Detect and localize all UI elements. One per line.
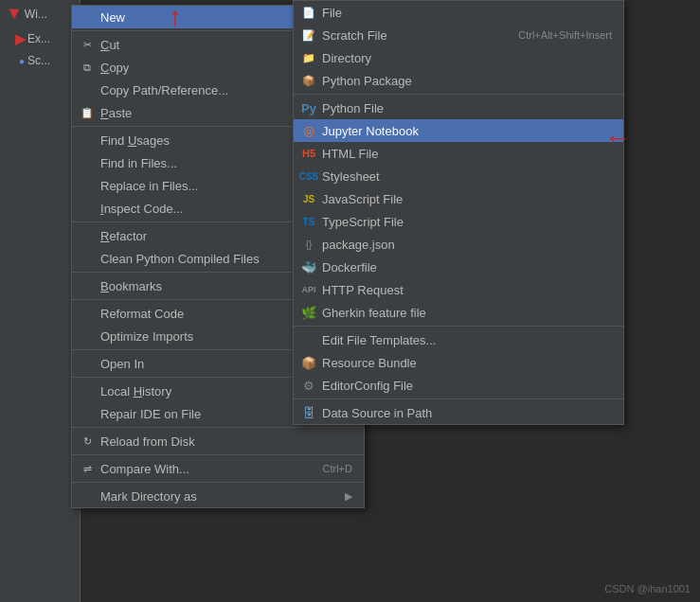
typescript-icon: TS <box>301 214 316 229</box>
clean-python-label: Clean Python Compiled Files <box>100 252 260 266</box>
separator7 <box>72 427 364 428</box>
submenu-item-package-json[interactable]: {} package.json <box>294 233 623 256</box>
submenu-item-http[interactable]: API HTTP Request <box>294 278 623 301</box>
python-file-label: Python File <box>322 101 384 115</box>
local-history-label: Local History <box>100 384 171 398</box>
menu-new-label: New <box>100 10 125 25</box>
copy-path-label: Copy Path/Reference... <box>100 83 228 97</box>
reformat-label: Reformat Code <box>100 307 184 321</box>
directory-label: Directory <box>322 51 371 65</box>
find-usages-label: Find Usages <box>100 133 170 148</box>
html-label: HTML File <box>322 147 378 161</box>
submenu-sep1 <box>294 94 623 95</box>
menu-item-mark-dir[interactable]: Mark Directory as ▶ <box>72 485 364 507</box>
mark-dir-label: Mark Directory as <box>100 489 197 504</box>
cut-label: Cut <box>100 38 119 52</box>
local-history-icon <box>80 383 95 398</box>
replace-in-files-label: Replace in Files... <box>100 179 198 193</box>
submenu-item-file[interactable]: 📄 File <box>294 1 623 24</box>
editorconfig-label: EditorConfig File <box>322 379 413 393</box>
submenu-item-resource-bundle[interactable]: 📦 Resource Bundle <box>294 351 623 374</box>
file-icon: 📄 <box>301 5 316 20</box>
submenu-item-datasource[interactable]: 🗄 Data Source in Path <box>294 401 623 424</box>
gherkin-label: Gherkin feature file <box>322 306 426 320</box>
submenu-item-jupyter[interactable]: ◎ Jupyter Notebook <box>294 119 623 142</box>
repair-ide-label: Repair IDE on File <box>100 407 201 421</box>
new-icon <box>80 9 95 25</box>
watermark: CSDN @ihan1001 <box>604 583 691 594</box>
compare-with-label: Compare With... <box>100 462 189 476</box>
dockerfile-label: Dockerfile <box>322 260 377 274</box>
bookmarks-icon <box>80 278 95 293</box>
find-in-files-label: Find in Files... <box>100 156 177 170</box>
find-in-files-icon <box>80 155 95 170</box>
submenu-item-dockerfile[interactable]: 🐳 Dockerfile <box>294 256 623 278</box>
submenu-item-editorconfig[interactable]: ⚙ EditorConfig File <box>294 374 623 397</box>
submenu-sep2 <box>294 326 623 327</box>
copy-path-icon <box>80 82 95 97</box>
copy-icon: ⧉ <box>80 60 95 75</box>
sidebar-label-ex: Ex... <box>27 32 50 45</box>
submenu-item-python-file[interactable]: Py Python File <box>294 97 623 119</box>
stylesheet-label: Stylesheet <box>322 169 380 184</box>
menu-item-reload[interactable]: ↻ Reload from Disk <box>72 430 364 452</box>
refactor-icon <box>80 228 95 243</box>
typescript-label: TypeScript File <box>322 215 404 229</box>
datasource-icon: 🗄 <box>301 405 316 420</box>
file-label: File <box>322 6 342 20</box>
javascript-label: JavaScript File <box>322 192 403 206</box>
http-label: HTTP Request <box>322 283 404 297</box>
submenu-item-html[interactable]: H5 HTML File <box>294 142 623 165</box>
optimize-label: Optimize Imports <box>100 329 193 344</box>
repair-ide-icon <box>80 406 95 421</box>
scratch-label: Scratch File <box>322 28 387 43</box>
compare-with-shortcut: Ctrl+D <box>323 463 352 474</box>
cut-icon: ✂ <box>80 37 95 52</box>
submenu-item-stylesheet[interactable]: CSS Stylesheet <box>294 165 623 187</box>
copy-label: Copy <box>100 61 129 75</box>
edit-templates-label: Edit File Templates... <box>322 333 436 347</box>
jupyter-label: Jupyter Notebook <box>322 124 419 138</box>
submenu-item-javascript[interactable]: JS JavaScript File <box>294 187 623 210</box>
replace-in-files-icon <box>80 178 95 193</box>
arrow-indicator-2: ← <box>604 123 631 153</box>
submenu-item-python-package[interactable]: 📦 Python Package <box>294 69 623 92</box>
reload-icon: ↻ <box>80 434 95 449</box>
arrow-indicator-1: ↑ <box>169 2 182 32</box>
separator8 <box>72 454 364 455</box>
separator9 <box>72 482 364 483</box>
inspect-code-label: Inspect Code... <box>100 202 183 216</box>
sidebar-label-sc: Sc... <box>27 54 50 67</box>
sidebar-item-wi[interactable]: ▼ Wi... <box>0 0 80 27</box>
expand-arrow-ex: ▶ <box>15 31 26 46</box>
jupyter-icon: ◎ <box>301 123 316 138</box>
mark-dir-icon <box>80 488 95 504</box>
scratch-shortcut: Ctrl+Alt+Shift+Insert <box>518 29 612 41</box>
sidebar: ▼ Wi... ▶ Ex... ● Sc... <box>0 0 81 602</box>
optimize-icon <box>80 328 95 344</box>
submenu-item-gherkin[interactable]: 🌿 Gherkin feature file <box>294 301 623 324</box>
expand-arrow: ▼ <box>6 4 23 24</box>
docker-icon: 🐳 <box>301 259 316 274</box>
refactor-label: Refactor <box>100 229 147 243</box>
datasource-label: Data Source in Path <box>322 406 432 420</box>
html-icon: H5 <box>301 146 316 161</box>
find-usages-icon <box>80 133 95 148</box>
reformat-icon <box>80 306 95 321</box>
sidebar-item-ex[interactable]: ▶ Ex... <box>0 27 80 50</box>
http-icon: API <box>301 282 316 297</box>
submenu-item-edit-templates[interactable]: Edit File Templates... <box>294 328 623 351</box>
menu-item-compare-with[interactable]: ⇌ Compare With... Ctrl+D <box>72 457 364 480</box>
resource-bundle-icon: 📦 <box>301 355 316 370</box>
package-json-icon: {} <box>301 237 316 252</box>
compare-with-icon: ⇌ <box>80 461 95 476</box>
clean-python-icon <box>80 251 95 266</box>
python-package-icon: 📦 <box>301 73 316 88</box>
package-json-label: package.json <box>322 238 395 252</box>
submenu-item-typescript[interactable]: TS TypeScript File <box>294 210 623 233</box>
gherkin-icon: 🌿 <box>301 305 316 320</box>
submenu-item-scratch[interactable]: 📝 Scratch File Ctrl+Alt+Shift+Insert <box>294 24 623 46</box>
mark-dir-arrow: ▶ <box>345 490 352 503</box>
submenu-item-directory[interactable]: 📁 Directory <box>294 46 623 69</box>
sidebar-item-sc[interactable]: ● Sc... <box>0 50 80 71</box>
